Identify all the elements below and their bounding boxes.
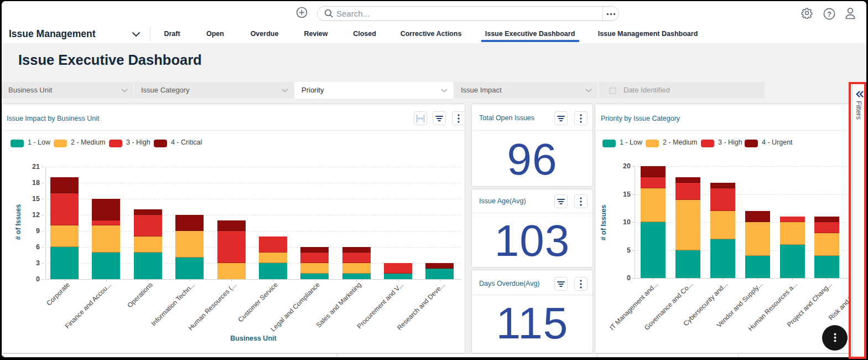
svg-text:?: ?: [827, 11, 831, 18]
